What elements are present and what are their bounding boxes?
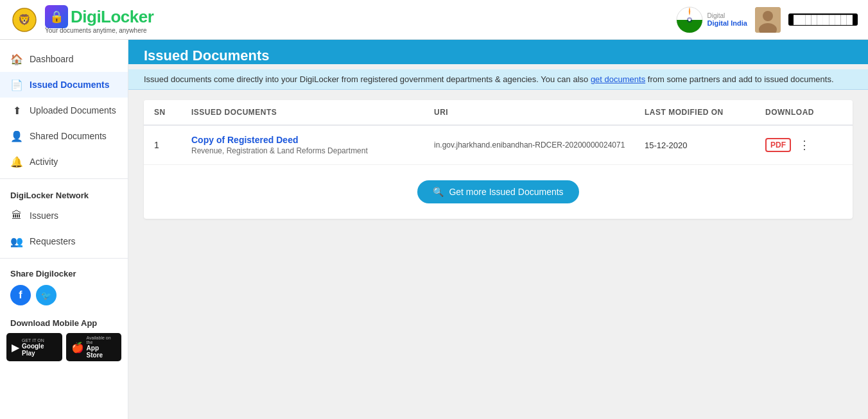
facebook-icon[interactable]: f xyxy=(10,285,31,305)
main-content: Issued Documents Issued documents come d… xyxy=(128,40,868,419)
locker-icon: 🔒 xyxy=(45,5,68,28)
get-more-issued-documents-button[interactable]: 🔍 Get more Issued Documents xyxy=(417,180,578,203)
sidebar-item-label: Requesters xyxy=(30,236,76,246)
sidebar-divider xyxy=(0,178,128,179)
svg-text:🦁: 🦁 xyxy=(18,13,31,26)
doc-name[interactable]: Copy of Registered Deed xyxy=(191,135,429,145)
sidebar-item-label: Activity xyxy=(30,157,58,167)
get-more-button-area: 🔍 Get more Issued Documents xyxy=(144,165,853,219)
more-options-icon[interactable]: ⋮ xyxy=(796,137,813,153)
twitter-icon[interactable]: 🐦 xyxy=(36,285,56,305)
share-digilocker-title: Share Digilocker xyxy=(0,262,128,282)
sidebar-item-issued-documents[interactable]: 📄 Issued Documents xyxy=(0,72,128,98)
table-row: 1 Copy of Registered Deed Revenue, Regis… xyxy=(144,126,853,165)
issuers-icon: 🏛 xyxy=(10,209,23,222)
col-download: DOWNLOAD xyxy=(765,108,842,117)
uploaded-documents-icon: ⬆ xyxy=(10,104,23,117)
sidebar-item-uploaded-documents[interactable]: ⬆ Uploaded Documents xyxy=(0,98,128,123)
logo-text: DigiLocker xyxy=(71,7,153,27)
sidebar: 🏠 Dashboard 📄 Issued Documents ⬆ Uploade… xyxy=(0,40,128,419)
header-right: Digital Digital India ██████████ xyxy=(675,6,858,34)
page-header: Issued Documents xyxy=(128,40,868,64)
requesters-icon: 👥 xyxy=(10,235,23,248)
documents-table: SN ISSUED DOCUMENTS URI LAST MODIFIED ON… xyxy=(144,100,853,219)
sidebar-item-dashboard[interactable]: 🏠 Dashboard xyxy=(0,46,128,72)
info-bar-text: Issued documents come directly into your… xyxy=(144,74,591,84)
sidebar-item-activity[interactable]: 🔔 Activity xyxy=(0,149,128,175)
header-logo-area: 🦁 🔒 DigiLocker Your documents anytime, a… xyxy=(10,5,153,34)
google-play-small-text: GET IT ON xyxy=(22,338,57,343)
sidebar-item-label: Issuers xyxy=(30,210,58,221)
search-icon: 🔍 xyxy=(433,187,444,197)
sidebar-divider-2 xyxy=(0,258,128,259)
logo-subtitle: Your documents anytime, anywhere xyxy=(45,27,147,34)
col-uri: URI xyxy=(434,108,639,117)
row-uri: in.gov.jharkhand.enibandhan-RDCER-202000… xyxy=(434,141,639,150)
username-display: ██████████ xyxy=(788,13,858,26)
info-bar: Issued documents come directly into your… xyxy=(128,69,868,90)
issued-documents-icon: 📄 xyxy=(10,78,23,91)
row-last-modified: 15-12-2020 xyxy=(645,141,760,150)
table-header: SN ISSUED DOCUMENTS URI LAST MODIFIED ON… xyxy=(144,100,853,126)
content-area: SN ISSUED DOCUMENTS URI LAST MODIFIED ON… xyxy=(128,90,868,229)
col-sn: SN xyxy=(154,108,186,117)
digital-india-text: Digital India xyxy=(707,19,747,27)
svg-point-6 xyxy=(763,11,773,21)
col-last-modified: LAST MODIFIED ON xyxy=(645,108,760,117)
india-flag-icon xyxy=(675,6,704,34)
row-download-actions: PDF ⋮ xyxy=(765,137,842,153)
sidebar-item-label: Shared Documents xyxy=(30,131,107,141)
info-bar-suffix: from some partners and add to issued doc… xyxy=(648,74,834,84)
app-store-button[interactable]: 🍎 Available on the App Store xyxy=(66,333,121,361)
apple-icon: 🍎 xyxy=(71,341,84,354)
digilocker-brand: 🔒 DigiLocker Your documents anytime, any… xyxy=(45,5,153,34)
app-store-small-text: Available on the xyxy=(87,336,116,345)
doc-dept: Revenue, Registration & Land Reforms Dep… xyxy=(191,146,429,155)
shared-documents-icon: 👤 xyxy=(10,130,23,142)
google-play-button[interactable]: ▶ GET IT ON Google Play xyxy=(6,333,62,361)
network-section-title: DigiLocker Network xyxy=(0,183,128,203)
row-document-info: Copy of Registered Deed Revenue, Registr… xyxy=(191,135,429,155)
sidebar-item-label: Dashboard xyxy=(30,54,74,64)
sidebar-item-label: Issued Documents xyxy=(30,80,109,90)
google-play-store-text: Google Play xyxy=(22,343,57,357)
get-documents-link[interactable]: get documents xyxy=(591,74,645,84)
sidebar-item-issuers[interactable]: 🏛 Issuers xyxy=(0,203,128,228)
page-title: Issued Documents xyxy=(144,47,853,64)
main-layout: 🏠 Dashboard 📄 Issued Documents ⬆ Uploade… xyxy=(0,40,868,419)
user-avatar xyxy=(755,7,781,33)
gov-emblem: 🦁 xyxy=(10,6,39,34)
app-store-store-text: App Store xyxy=(87,345,116,359)
app-download-buttons: ▶ GET IT ON Google Play 🍎 Available on t… xyxy=(0,333,128,369)
col-issued-documents: ISSUED DOCUMENTS xyxy=(191,108,429,117)
digital-india-logo: Digital Digital India xyxy=(675,6,747,34)
app-header: 🦁 🔒 DigiLocker Your documents anytime, a… xyxy=(0,0,868,40)
row-sn: 1 xyxy=(154,140,186,150)
activity-icon: 🔔 xyxy=(10,155,23,168)
get-more-button-label: Get more Issued Documents xyxy=(449,187,563,197)
sidebar-item-shared-documents[interactable]: 👤 Shared Documents xyxy=(0,123,128,149)
pdf-download-badge[interactable]: PDF xyxy=(765,138,791,152)
dashboard-icon: 🏠 xyxy=(10,53,23,65)
social-icons-area: f 🐦 xyxy=(0,282,128,313)
svg-point-4 xyxy=(688,19,691,21)
google-play-icon: ▶ xyxy=(12,341,19,354)
sidebar-item-requesters[interactable]: 👥 Requesters xyxy=(0,228,128,254)
download-mobile-app-title: Download Mobile App xyxy=(0,313,128,333)
sidebar-item-label: Uploaded Documents xyxy=(30,105,116,115)
